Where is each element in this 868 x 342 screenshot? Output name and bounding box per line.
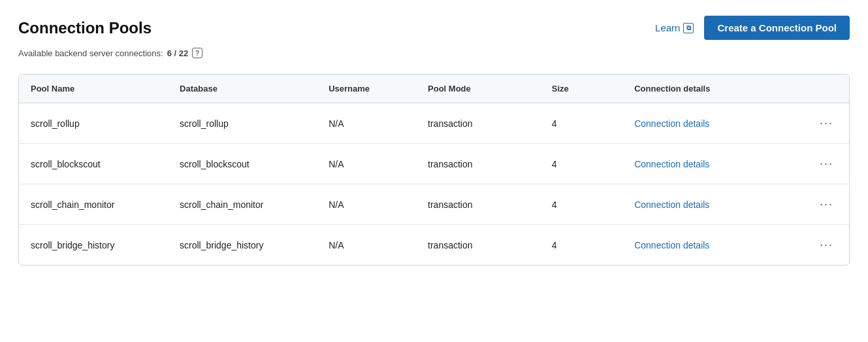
cell-database: scroll_bridge_history <box>168 225 317 265</box>
help-icon[interactable]: ? <box>192 48 202 58</box>
cell-more-actions: ··· <box>804 225 849 265</box>
page-title: Connection Pools <box>18 19 152 37</box>
col-header-pool-mode: Pool Mode <box>416 75 540 103</box>
col-header-pool-name: Pool Name <box>19 75 168 103</box>
connection-pools-table-container: Pool Name Database Username Pool Mode Si… <box>18 74 850 265</box>
learn-label: Learn <box>655 22 680 33</box>
cell-size: 4 <box>540 103 622 144</box>
cell-username: N/A <box>317 103 416 144</box>
col-header-actions <box>804 75 849 103</box>
cell-pool-mode: transaction <box>416 144 540 184</box>
col-header-username: Username <box>317 75 416 103</box>
subtitle-row: Available backend server connections: 6 … <box>18 48 850 58</box>
more-actions-button[interactable]: ··· <box>816 237 837 253</box>
learn-link[interactable]: Learn ⧉ <box>655 22 694 33</box>
cell-more-actions: ··· <box>804 184 849 225</box>
cell-connection-details: Connection details <box>622 225 804 265</box>
cell-pool-mode: transaction <box>416 103 540 144</box>
connection-pools-table: Pool Name Database Username Pool Mode Si… <box>19 75 849 265</box>
cell-pool-name: scroll_rollup <box>19 103 168 144</box>
connection-details-link[interactable]: Connection details <box>634 199 709 210</box>
cell-pool-name: scroll_blockscout <box>19 144 168 184</box>
cell-pool-name: scroll_bridge_history <box>19 225 168 265</box>
more-actions-button[interactable]: ··· <box>816 115 837 131</box>
cell-size: 4 <box>540 184 622 225</box>
col-header-size: Size <box>540 75 622 103</box>
table-row: scroll_bridge_history scroll_bridge_hist… <box>19 225 849 265</box>
connection-details-link[interactable]: Connection details <box>634 240 709 250</box>
table-row: scroll_blockscout scroll_blockscout N/A … <box>19 144 849 184</box>
header-actions: Learn ⧉ Create a Connection Pool <box>655 16 850 40</box>
col-header-database: Database <box>168 75 317 103</box>
table-row: scroll_rollup scroll_rollup N/A transact… <box>19 103 849 144</box>
create-connection-pool-button[interactable]: Create a Connection Pool <box>704 16 850 40</box>
cell-more-actions: ··· <box>804 103 849 144</box>
cell-database: scroll_rollup <box>168 103 317 144</box>
table-body: scroll_rollup scroll_rollup N/A transact… <box>19 103 849 265</box>
subtitle-text: Available backend server connections: <box>18 48 163 58</box>
cell-connection-details: Connection details <box>622 144 804 184</box>
cell-connection-details: Connection details <box>622 184 804 225</box>
table-header: Pool Name Database Username Pool Mode Si… <box>19 75 849 103</box>
more-actions-button[interactable]: ··· <box>816 196 837 213</box>
cell-pool-mode: transaction <box>416 184 540 225</box>
cell-connection-details: Connection details <box>622 103 804 144</box>
connection-details-link[interactable]: Connection details <box>634 159 709 169</box>
more-actions-button[interactable]: ··· <box>816 156 837 172</box>
col-header-connection-details: Connection details <box>622 75 804 103</box>
cell-database: scroll_chain_monitor <box>168 184 317 225</box>
cell-pool-name: scroll_chain_monitor <box>19 184 168 225</box>
page-header: Connection Pools Learn ⧉ Create a Connec… <box>18 16 850 40</box>
table-row: scroll_chain_monitor scroll_chain_monito… <box>19 184 849 225</box>
cell-size: 4 <box>540 144 622 184</box>
connections-value: 6 / 22 <box>167 48 189 58</box>
cell-username: N/A <box>317 184 416 225</box>
cell-username: N/A <box>317 144 416 184</box>
cell-username: N/A <box>317 225 416 265</box>
connection-details-link[interactable]: Connection details <box>634 118 709 129</box>
cell-size: 4 <box>540 225 622 265</box>
cell-more-actions: ··· <box>804 144 849 184</box>
cell-database: scroll_blockscout <box>168 144 317 184</box>
external-link-icon: ⧉ <box>683 23 694 33</box>
cell-pool-mode: transaction <box>416 225 540 265</box>
